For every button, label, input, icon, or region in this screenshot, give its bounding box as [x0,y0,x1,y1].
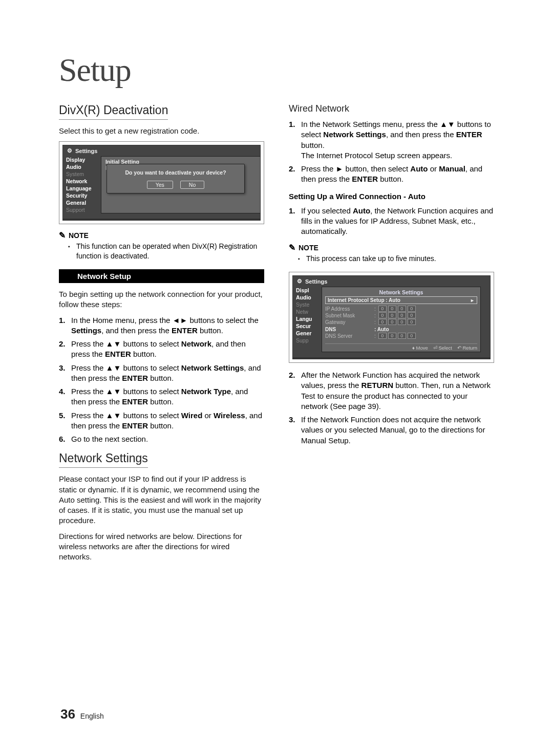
osd1-title: Settings [75,148,97,154]
page-footer: 36 English [60,706,104,722]
osd2-dns-label: DNS [325,327,374,332]
gear-icon: ⚙ [297,278,302,285]
osd1-menu-audio[interactable]: Audio [66,163,101,170]
osd1-menu-network[interactable]: Network [66,178,101,185]
ns-intro: To begin setting up the network connecti… [59,289,264,310]
osd2-ips-row[interactable]: Internet Protocol Setup : Auto ► [325,296,477,304]
step-item: 1.If you selected Auto, the Network Func… [289,206,494,237]
osd2-foot-move: ♦ Move [412,345,428,351]
osd2-foot-select: ⏎ Select [433,345,452,351]
note-icon: ✎ [289,244,295,252]
osd2-menu-security[interactable]: Secur [296,322,322,330]
ip-octet-box[interactable]: 0 [398,306,406,312]
step-item: 1.In the Home menu, press the ◄► buttons… [59,315,264,336]
osd2-menu-support[interactable]: Supp [296,337,322,344]
ip-octet-box[interactable]: 0 [378,319,387,325]
ip-octet-box[interactable]: 0 [378,306,387,312]
note-1-item: This function can be operated when DivX(… [76,242,264,261]
note-2-item: This process can take up to five minutes… [306,254,494,264]
ip-octet-box[interactable]: 0 [408,306,416,312]
osd1-dialog-question: Do you want to deactivate your device? [111,169,240,176]
step-item: 4.Press the ▲▼ buttons to select Network… [59,386,264,407]
osd1-menu-language[interactable]: Language [66,185,101,192]
osd2-title: Settings [305,278,327,285]
osd1-menu-system[interactable]: System [66,170,101,178]
osd1-yes-button[interactable]: Yes [147,181,173,189]
osd-network-settings: ⚙ Settings Displ Audio Syste Netw Langu … [289,272,494,363]
osd2-menu-language[interactable]: Langu [296,315,322,322]
osd2-row: IP Address:0000 [325,306,477,312]
ip-octet-box[interactable]: 0 [408,319,416,325]
osd2-menu: Displ Audio Syste Netw Langu Secur Gener… [293,286,322,353]
ip-octet-box[interactable]: 0 [388,312,396,318]
osd1-menu-security[interactable]: Security [66,192,101,199]
osd1-menu-general[interactable]: General [66,199,101,206]
osd2-footer: ♦ Move ⏎ Select ↶ Return [325,343,477,351]
ip-octet-box[interactable]: 0 [378,312,387,318]
wired-steps-a: 1.In the Network Settings menu, press th… [289,119,494,185]
left-column: DivX(R) Deactivation Select this to get … [59,103,264,567]
chevron-right-icon: ► [470,298,475,303]
ip-octet-box[interactable]: 0 [388,306,396,312]
osd1-dialog: Do you want to deactivate your device? Y… [107,164,245,193]
osd2-menu-network[interactable]: Netw [296,308,322,315]
osd2-panel: Network Settings Internet Protocol Setup… [322,287,481,352]
osd2-dns-val: : Auto [374,327,389,332]
ip-octet-box[interactable]: 0 [398,312,406,318]
note-label: NOTE [69,231,89,240]
ns-p1: Please contact your ISP to find out if y… [59,474,264,526]
ns-p2: Directions for wired networks are below.… [59,531,264,563]
ip-octet-box[interactable]: 0 [408,312,416,318]
wired-steps-b: 2.After the Network Function has acquire… [289,370,494,446]
network-setup-steps: 1.In the Home menu, press the ◄► buttons… [59,315,264,445]
osd2-dnsserver-boxes: : 0 0 0 0 [374,333,416,339]
wired-auto-step: 1.If you selected Auto, the Network Func… [289,206,494,237]
note-label: NOTE [299,244,318,252]
osd-deactivate: ⚙ Settings Display Audio System Network … [59,141,264,224]
osd1-menu: Display Audio System Network Language Se… [63,155,101,214]
osd2-row: Gateway:0000 [325,319,477,325]
osd2-foot-return: ↶ Return [457,345,477,351]
ip-octet-box[interactable]: 0 [398,319,406,325]
gear-icon: ⚙ [67,147,72,154]
step-item: 6.Go to the next section. [59,434,264,444]
step-item: 3.Press the ▲▼ buttons to select Network… [59,363,264,384]
divx-desc: Select this to get a new registration co… [59,126,264,136]
osd2-menu-general[interactable]: Gener [296,330,322,337]
page-lang: English [80,712,104,720]
step-item: 2.Press the ▲▼ buttons to select Network… [59,339,264,360]
osd2-row: Subnet Mask:0000 [325,312,477,318]
osd2-panel-title: Network Settings [325,289,477,295]
page-number: 36 [60,706,75,722]
step-item: 5.Press the ▲▼ buttons to select Wired o… [59,411,264,431]
step-item: 3.If the Network Function does not acqui… [289,415,494,446]
heading-wired-auto: Setting Up a Wired Connection - Auto [289,192,494,201]
osd2-menu-audio[interactable]: Audio [296,294,322,301]
heading-network-settings: Network Settings [59,451,148,468]
note-icon: ✎ [59,231,66,240]
osd2-ips-label: Internet Protocol Setup : Auto [328,297,400,303]
osd2-menu-system[interactable]: Syste [296,301,322,308]
heading-divx: DivX(R) Deactivation [59,103,168,120]
osd1-no-button[interactable]: No [180,181,204,189]
page-title: Setup [59,51,494,89]
osd1-menu-support[interactable]: Support [66,206,101,213]
step-item: 2.Press the ► button, then select Auto o… [289,164,494,185]
note-1: ✎ NOTE This function can be operated whe… [59,231,264,261]
ip-octet-box[interactable]: 0 [388,319,396,325]
step-item: 1.In the Network Settings menu, press th… [289,119,494,161]
note-2: ✎ NOTE This process can take up to five … [289,244,494,264]
osd2-menu-display[interactable]: Displ [296,287,322,294]
section-network-setup: Network Setup [59,269,264,283]
right-column: Wired Network 1.In the Network Settings … [289,103,494,567]
step-item: 2.After the Network Function has acquire… [289,370,494,412]
osd1-menu-display[interactable]: Display [66,156,101,163]
heading-wired: Wired Network [289,103,494,114]
osd2-dnsserver-label: DNS Server [325,333,374,339]
